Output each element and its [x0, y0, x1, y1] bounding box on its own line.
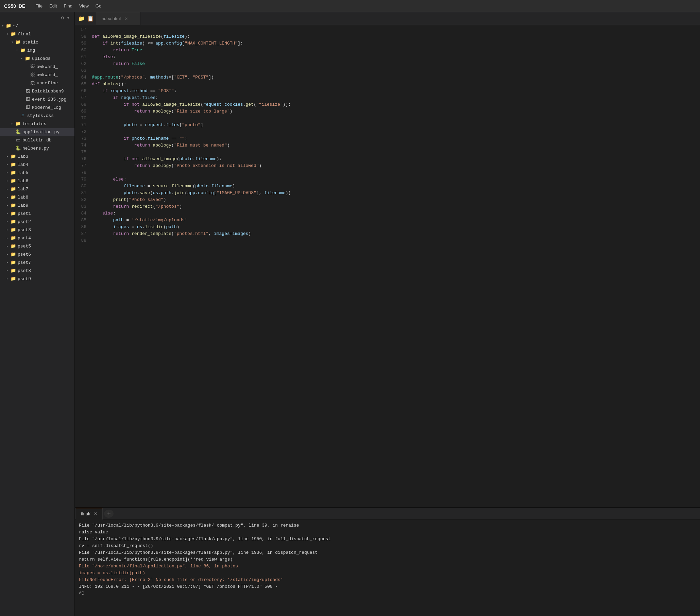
line-number: 77: [75, 163, 92, 169]
line-content[interactable]: if int(filesize) <= app.config["MAX_CONT…: [92, 40, 700, 47]
sidebar-item-lab3[interactable]: ▸📁lab3: [0, 153, 74, 161]
line-content[interactable]: @app.route("/photos", methods=["GET", "P…: [92, 74, 700, 81]
line-content[interactable]: return False: [92, 61, 700, 67]
line-content[interactable]: photo = request.files["photo"]: [92, 122, 700, 128]
line-content[interactable]: if request.method == "POST":: [92, 88, 700, 95]
tree-arrow-pset3: ▸: [5, 227, 10, 234]
tab-close-2[interactable]: ✕: [123, 16, 129, 22]
code-line: 66 if request.method == "POST":: [75, 88, 700, 95]
sidebar-item-moderne[interactable]: 🖼Moderne_Log: [0, 104, 74, 112]
terminal-line: File "/home/ubuntu/final/application.py"…: [79, 563, 696, 570]
sidebar-item-uploads[interactable]: ▾📁uploads: [0, 55, 74, 63]
sidebar-item-lab9[interactable]: ▸📁lab9: [0, 202, 74, 210]
line-content[interactable]: return render_template("photos.html", im…: [92, 230, 700, 237]
sidebar-item-label-pset1: pset1: [18, 211, 31, 217]
tree-arrow-pset4: ▸: [5, 235, 10, 242]
gear-button[interactable]: ⚙ ▾: [59, 14, 72, 22]
terminal-content[interactable]: File "/usr/local/lib/python3.9/site-pack…: [75, 519, 700, 616]
code-line: 77 return apology("Photo extension is no…: [75, 163, 700, 169]
line-content[interactable]: if not allowed_image(photo.filename):: [92, 156, 700, 163]
file-py-icon: 🐍: [15, 129, 21, 136]
sidebar-item-pset8[interactable]: ▸📁pset8: [0, 267, 74, 275]
sidebar-item-lab6[interactable]: ▸📁lab6: [0, 177, 74, 185]
line-number: 76: [75, 156, 92, 163]
tree-arrow-pset9: ▸: [5, 276, 10, 282]
line-content[interactable]: def allowed_image_filesize(filesize):: [92, 33, 700, 40]
sidebar-item-event[interactable]: 🖼event_235.jpg: [0, 96, 74, 104]
sidebar-item-label-stylescss: styles.css: [27, 113, 54, 119]
folder-icon[interactable]: 📁: [78, 15, 85, 22]
tab-label: index.html: [101, 16, 121, 21]
terminal-line: File "/usr/local/lib/python3.9/site-pack…: [79, 549, 696, 556]
line-content[interactable]: return apology("File must be named"): [92, 142, 700, 149]
tab-index-html[interactable]: index.html✕: [96, 12, 140, 25]
menu-file[interactable]: File: [32, 2, 46, 10]
sidebar-item-pset4[interactable]: ▸📁pset4: [0, 234, 74, 242]
sidebar-item-stylescss[interactable]: #styles.css: [0, 112, 74, 120]
line-content[interactable]: filename = secure_filename(photo.filenam…: [92, 183, 700, 190]
line-content[interactable]: else:: [92, 210, 700, 217]
line-content[interactable]: photo.save(os.path.join(app.config["IMAG…: [92, 190, 700, 197]
code-editor[interactable]: 5758def allowed_image_filesize(filesize)…: [75, 25, 700, 507]
line-content[interactable]: images = os.listdir(path): [92, 224, 700, 230]
file-img-icon: 🖼: [24, 96, 30, 103]
sidebar-item-awkward1[interactable]: 🖼awkward_: [0, 63, 74, 71]
line-content[interactable]: if request.files:: [92, 95, 700, 101]
line-content[interactable]: return apology("File size too large"): [92, 108, 700, 115]
sidebar-item-label-lab8: lab8: [18, 194, 28, 201]
sidebar-item-bulletindb[interactable]: 🗃bulletin.db: [0, 136, 74, 144]
line-content[interactable]: else:: [92, 54, 700, 61]
line-content[interactable]: path = '/static/img/uploads': [92, 217, 700, 224]
sidebar-item-applicationpy[interactable]: 🐍application.py: [0, 128, 74, 136]
sidebar-item-pset6[interactable]: ▸📁pset6: [0, 251, 74, 259]
line-number: 65: [75, 81, 92, 88]
sidebar-item-bold[interactable]: 🖼Boldklubben9: [0, 87, 74, 96]
sidebar-item-undef[interactable]: 🖼undefine: [0, 79, 74, 87]
menu-go[interactable]: Go: [92, 2, 105, 10]
line-number: 67: [75, 95, 92, 101]
line-number: 83: [75, 203, 92, 210]
menu-find[interactable]: Find: [61, 2, 76, 10]
sidebar-item-label-pset3: pset3: [18, 227, 31, 234]
sidebar-item-pset1[interactable]: ▸📁pset1: [0, 210, 74, 218]
line-number: 81: [75, 190, 92, 197]
sidebar-item-pset5[interactable]: ▸📁pset5: [0, 242, 74, 251]
copy-icon[interactable]: 📋: [87, 15, 94, 22]
line-content[interactable]: if not allowed_image_filesize(request.co…: [92, 101, 700, 108]
line-content[interactable]: else:: [92, 176, 700, 183]
line-content[interactable]: if photo.filename == "":: [92, 135, 700, 142]
folder-icon: 📁: [15, 121, 21, 127]
sidebar-item-img[interactable]: ▾📁img: [0, 47, 74, 55]
line-content[interactable]: def photos():: [92, 81, 700, 88]
line-number: 59: [75, 40, 92, 47]
sidebar-item-lab4[interactable]: ▸📁lab4: [0, 161, 74, 169]
terminal-tab-close[interactable]: ✕: [93, 511, 98, 516]
sidebar-item-label-lab5: lab5: [18, 169, 28, 176]
sidebar-item-templates[interactable]: ▸📁templates: [0, 120, 74, 128]
line-content[interactable]: return redirect("/photos"): [92, 203, 700, 210]
sidebar-item-label-img: img: [27, 47, 35, 54]
sidebar-item-static[interactable]: ▾📁static: [0, 38, 74, 47]
sidebar-item-lab7[interactable]: ▸📁lab7: [0, 185, 74, 193]
sidebar-item-pset2[interactable]: ▸📁pset2: [0, 218, 74, 226]
menu-edit[interactable]: Edit: [46, 2, 60, 10]
line-content[interactable]: return apology("Photo extension is not a…: [92, 163, 700, 169]
sidebar-item-lab8[interactable]: ▸📁lab8: [0, 193, 74, 202]
sidebar-item-pset3[interactable]: ▸📁pset3: [0, 226, 74, 234]
sidebar-item-lab5[interactable]: ▸📁lab5: [0, 169, 74, 177]
sidebar-item-pset7[interactable]: ▸📁pset7: [0, 259, 74, 267]
line-content[interactable]: return True: [92, 47, 700, 54]
sidebar-item-awkward2[interactable]: 🖼awkward_: [0, 71, 74, 79]
terminal-tab[interactable]: final/ ✕: [76, 508, 103, 519]
line-content[interactable]: print("Photo saved"): [92, 197, 700, 203]
tree-arrow-lab6: ▸: [5, 178, 10, 185]
terminal-line: File "/usr/local/lib/python3.9/site-pack…: [79, 536, 696, 543]
sidebar-item-final[interactable]: ▾📁final: [0, 30, 74, 38]
sidebar-item-pset9[interactable]: ▸📁pset9: [0, 275, 74, 283]
sidebar-item-helperspy[interactable]: 🐍helpers.py: [0, 144, 74, 153]
terminal-line: return self.view_functions[rule.endpoint…: [79, 556, 696, 563]
sidebar-item-label-pset7: pset7: [18, 260, 31, 266]
sidebar-item-root[interactable]: ▾📁~/: [0, 22, 74, 30]
terminal-add-button[interactable]: +: [104, 510, 114, 518]
menu-view[interactable]: View: [76, 2, 92, 10]
